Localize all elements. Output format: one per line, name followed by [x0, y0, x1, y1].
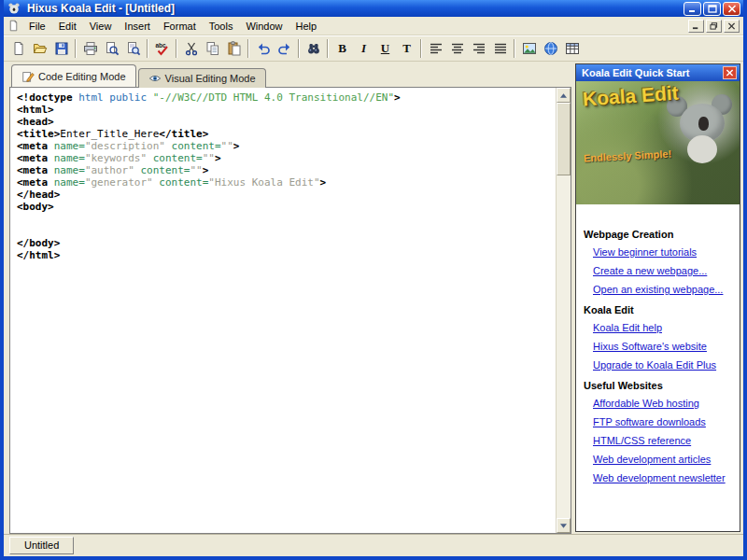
minimize-icon — [688, 5, 698, 13]
sidebar-link[interactable]: Upgrade to Koala Edit Plus — [593, 359, 740, 371]
menu-format[interactable]: Format — [157, 19, 203, 34]
mdi-close-button[interactable] — [724, 20, 740, 33]
menu-view[interactable]: View — [83, 19, 119, 34]
redo-icon — [277, 41, 292, 56]
title-bar[interactable]: Hixus Koala Edit - [Untitled] — [4, 0, 743, 17]
align-left-button[interactable] — [425, 38, 446, 60]
redo-button[interactable] — [274, 38, 295, 60]
arrow-up-icon — [560, 93, 567, 98]
menu-bar: FileEditViewInsertFormatToolsWindowHelp — [4, 17, 743, 35]
code-line[interactable]: <!doctype html public "-//W3C//DTD HTML … — [17, 91, 556, 104]
tagline-text: Endlessly Simple! — [584, 148, 672, 164]
code-line[interactable]: <head> — [17, 116, 556, 128]
insert-table-button[interactable] — [561, 38, 583, 60]
align-left-icon — [429, 41, 444, 56]
italic-button[interactable]: I — [353, 38, 374, 60]
copy-button[interactable] — [202, 38, 223, 60]
copy-icon — [205, 41, 220, 56]
new-document-button[interactable] — [7, 38, 29, 60]
sidebar-pane: Koala Edit Quick Start Koala Edit Endles… — [573, 62, 743, 534]
sidebar-link[interactable]: Open an existing webpage... — [593, 284, 740, 295]
code-line[interactable]: <meta name="keywords" content=""> — [17, 152, 556, 164]
menu-help[interactable]: Help — [289, 19, 324, 34]
toolbar-separator — [327, 39, 329, 58]
browser-preview-button[interactable] — [540, 38, 561, 60]
menu-tools[interactable]: Tools — [203, 19, 240, 34]
code-line[interactable] — [17, 213, 556, 225]
insert-image-button[interactable] — [518, 38, 540, 60]
sidebar-link[interactable]: Hixus Software's website — [593, 341, 740, 352]
code-line[interactable]: </head> — [17, 189, 556, 201]
mdi-restore-button[interactable] — [706, 20, 722, 33]
scroll-track[interactable] — [557, 175, 571, 518]
sidebar-link[interactable]: View beginner tutorials — [593, 246, 740, 258]
scroll-down-button[interactable] — [557, 518, 571, 533]
toolbar-separator — [514, 39, 515, 58]
code-editor[interactable]: <!doctype html public "-//W3C//DTD HTML … — [9, 87, 571, 534]
sidebar-link[interactable]: Affordable Web hosting — [593, 398, 740, 409]
spell-check-button[interactable]: abc — [151, 38, 173, 60]
code-line[interactable]: <meta name="description" content=""> — [17, 140, 556, 152]
cut-button[interactable] — [180, 38, 202, 60]
open-file-button[interactable] — [29, 38, 50, 60]
code-line[interactable] — [17, 225, 556, 237]
close-button[interactable] — [723, 2, 740, 16]
align-justify-button[interactable] — [489, 38, 511, 60]
toolbar: abcBIUT — [4, 35, 743, 62]
sidebar-link[interactable]: Create a new webpage... — [593, 265, 740, 276]
sidebar-link[interactable]: FTP software downloads — [593, 416, 740, 427]
tab-code-mode[interactable]: Code Editing Mode — [11, 64, 136, 87]
sidebar-section-heading: Webpage Creation — [584, 229, 740, 240]
page-preview-icon — [126, 41, 141, 56]
brand-text: Koala Edit — [582, 81, 679, 110]
menu-file[interactable]: File — [22, 19, 52, 34]
print-button[interactable] — [79, 38, 101, 60]
app-window: Hixus Koala Edit - [Untitled] FileEditVi… — [0, 0, 747, 560]
toolbar-separator — [176, 39, 177, 58]
undo-button[interactable] — [252, 38, 274, 60]
toolbar-separator — [75, 39, 77, 58]
scroll-thumb[interactable] — [557, 103, 571, 175]
menu-insert[interactable]: Insert — [118, 19, 157, 34]
print-preview-button[interactable] — [101, 38, 122, 60]
code-line[interactable]: <body> — [17, 201, 556, 213]
align-center-icon — [450, 41, 465, 56]
open-file-icon — [33, 41, 48, 56]
sidebar-section-heading: Koala Edit — [584, 304, 740, 315]
quick-start-close-button[interactable] — [723, 66, 737, 79]
scroll-up-button[interactable] — [557, 88, 571, 103]
menu-edit[interactable]: Edit — [52, 19, 83, 34]
minimize-button[interactable] — [684, 2, 701, 16]
text-format-button[interactable]: T — [396, 38, 417, 60]
save-file-button[interactable] — [50, 38, 72, 60]
page-preview-button[interactable] — [122, 38, 144, 60]
code-area[interactable]: <!doctype html public "-//W3C//DTD HTML … — [10, 88, 556, 533]
bold-button[interactable]: B — [331, 38, 353, 60]
paste-button[interactable] — [223, 38, 245, 60]
maximize-button[interactable] — [703, 2, 721, 16]
find-button[interactable] — [303, 38, 324, 60]
code-line[interactable]: <html> — [17, 104, 556, 116]
code-line[interactable]: <meta name="author" content=""> — [17, 164, 556, 176]
text-format-icon: T — [402, 41, 411, 56]
editor-scrollbar[interactable] — [556, 88, 571, 533]
tab-visual-mode[interactable]: Visual Editing Mode — [138, 68, 266, 88]
sidebar-content: Webpage CreationView beginner tutorialsC… — [576, 204, 740, 531]
code-line[interactable]: </html> — [17, 249, 556, 261]
align-center-button[interactable] — [446, 38, 468, 60]
sidebar-link[interactable]: Koala Edit help — [593, 322, 740, 333]
sidebar-link[interactable]: Web development newsletter — [593, 472, 740, 483]
code-line[interactable]: <meta name="generator" content="Hixus Ko… — [17, 176, 556, 189]
underline-button[interactable]: U — [374, 38, 396, 60]
mdi-minimize-button[interactable] — [688, 20, 704, 33]
menu-window[interactable]: Window — [239, 19, 289, 34]
sidebar-link[interactable]: Web development articles — [593, 454, 740, 465]
sidebar-section-heading: Useful Websites — [584, 380, 740, 391]
code-line[interactable]: <title>Enter_Title_Here</title> — [17, 128, 556, 140]
align-right-button[interactable] — [468, 38, 489, 60]
code-mode-icon — [21, 70, 35, 83]
italic-icon: I — [361, 41, 366, 56]
sidebar-link[interactable]: HTML/CSS reference — [593, 435, 740, 446]
document-tab[interactable]: Untitled — [9, 537, 74, 554]
code-line[interactable]: </body> — [17, 237, 556, 249]
